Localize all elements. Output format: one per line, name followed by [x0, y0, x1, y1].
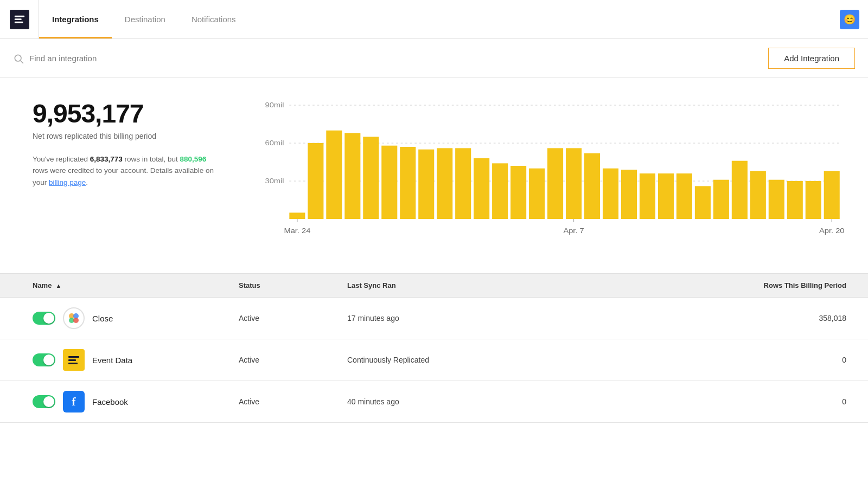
detail-mid: rows in total, but — [123, 155, 180, 163]
svg-rect-27 — [584, 153, 600, 219]
tab-destination[interactable]: Destination — [112, 0, 178, 38]
svg-rect-36 — [750, 171, 766, 219]
svg-rect-15 — [363, 137, 379, 219]
toggle-event-data[interactable] — [33, 353, 55, 366]
svg-rect-17 — [400, 147, 416, 219]
svg-rect-22 — [492, 163, 508, 219]
col-name: Name ▲ — [33, 281, 239, 289]
svg-rect-11 — [289, 212, 305, 219]
tab-notifications[interactable]: Notifications — [178, 0, 249, 38]
svg-rect-0 — [14, 15, 24, 17]
col-rows: Rows This Billing Period — [510, 281, 846, 289]
sort-arrow: ▲ — [54, 282, 61, 289]
svg-rect-16 — [381, 146, 397, 219]
svg-text:30mil: 30mil — [265, 177, 284, 184]
table-row: f Facebook Active 40 minutes ago 0 — [0, 381, 868, 423]
status-close: Active — [239, 314, 347, 323]
svg-text:Apr. 7: Apr. 7 — [563, 227, 584, 234]
integration-name-facebook: Facebook — [92, 397, 128, 407]
svg-rect-40 — [824, 171, 840, 219]
tab-integrations[interactable]: Integrations — [39, 0, 112, 38]
table-row: Event Data Active Continuously Replicate… — [0, 339, 868, 381]
svg-rect-51 — [68, 356, 79, 358]
event-data-icon — [63, 349, 85, 371]
stats-left: 9,953,177 Net rows replicated this billi… — [33, 100, 217, 189]
svg-line-4 — [21, 60, 23, 63]
table-row: Close Active 17 minutes ago 358,018 — [0, 298, 868, 339]
name-cell-event-data: Event Data — [33, 349, 239, 371]
search-area: Add Integration — [0, 39, 868, 78]
svg-rect-32 — [676, 173, 692, 219]
rows-close: 358,018 — [510, 314, 846, 323]
detail-prefix: You've replicated — [33, 155, 90, 163]
credited-rows: 880,596 — [180, 155, 207, 163]
svg-rect-33 — [695, 186, 711, 219]
total-rows: 6,833,773 — [90, 155, 123, 163]
header: Integrations Destination Notifications 😊 — [0, 0, 868, 39]
name-cell-facebook: f Facebook — [33, 391, 239, 412]
svg-rect-18 — [418, 150, 434, 219]
sync-facebook: 40 minutes ago — [347, 397, 510, 406]
chart-wrap: 90mil60mil30milMar. 24Apr. 7Apr. 20 — [250, 100, 846, 252]
chart-svg: 90mil60mil30milMar. 24Apr. 7Apr. 20 — [250, 100, 846, 252]
svg-rect-26 — [566, 148, 582, 219]
detail-end: . — [86, 178, 88, 186]
search-input[interactable] — [29, 54, 760, 63]
svg-rect-37 — [769, 180, 784, 219]
rows-facebook: 0 — [510, 397, 846, 406]
svg-rect-2 — [14, 21, 23, 23]
name-cell-close: Close — [33, 307, 239, 329]
svg-rect-34 — [713, 180, 729, 219]
svg-rect-30 — [640, 173, 655, 219]
billing-link[interactable]: billing page — [49, 178, 86, 186]
stats-subtitle: Net rows replicated this billing period — [33, 132, 217, 140]
add-integration-button[interactable]: Add Integration — [768, 48, 855, 69]
table-header-row: Name ▲ Status Last Sync Ran Rows This Bi… — [0, 274, 868, 298]
svg-rect-53 — [68, 363, 78, 364]
table-section: Name ▲ Status Last Sync Ran Rows This Bi… — [0, 273, 868, 423]
integration-name-close: Close — [92, 314, 113, 323]
svg-rect-28 — [603, 169, 618, 219]
svg-rect-19 — [437, 148, 452, 219]
toggle-close[interactable] — [33, 312, 55, 325]
col-status: Status — [239, 281, 347, 289]
big-number: 9,953,177 — [33, 100, 217, 128]
svg-text:90mil: 90mil — [265, 101, 284, 108]
svg-rect-29 — [621, 170, 637, 219]
header-right: 😊 — [831, 0, 868, 38]
svg-rect-14 — [344, 133, 360, 219]
status-facebook: Active — [239, 397, 347, 406]
user-avatar[interactable]: 😊 — [840, 10, 859, 29]
svg-text:60mil: 60mil — [265, 139, 284, 146]
nav-tabs: Integrations Destination Notifications — [39, 0, 831, 38]
svg-text:Mar. 24: Mar. 24 — [284, 227, 310, 234]
svg-rect-31 — [658, 173, 674, 219]
stats-detail: You've replicated 6,833,773 rows in tota… — [33, 153, 217, 189]
svg-rect-23 — [510, 166, 526, 219]
svg-rect-35 — [732, 161, 748, 219]
svg-rect-39 — [806, 181, 821, 219]
svg-rect-1 — [14, 18, 21, 20]
svg-rect-25 — [547, 148, 563, 219]
logo-area — [0, 0, 39, 38]
logo-icon — [10, 10, 29, 29]
svg-rect-12 — [308, 143, 323, 219]
facebook-icon: f — [63, 391, 85, 412]
svg-rect-24 — [529, 169, 545, 219]
svg-rect-38 — [787, 181, 803, 219]
stats-chart-area: 9,953,177 Net rows replicated this billi… — [0, 78, 868, 273]
sync-close: 17 minutes ago — [347, 314, 510, 323]
svg-rect-20 — [455, 148, 471, 219]
svg-rect-52 — [68, 359, 76, 361]
toggle-facebook[interactable] — [33, 395, 55, 408]
integration-name-event-data: Event Data — [92, 356, 132, 365]
col-last-sync: Last Sync Ran — [347, 281, 510, 289]
sync-event-data: Continuously Replicated — [347, 356, 510, 364]
status-event-data: Active — [239, 356, 347, 364]
rows-event-data: 0 — [510, 356, 846, 364]
svg-text:Apr. 20: Apr. 20 — [819, 227, 844, 234]
svg-point-50 — [73, 318, 79, 323]
svg-rect-13 — [326, 131, 342, 219]
close-logo-icon — [63, 307, 85, 329]
logo-svg — [14, 14, 25, 25]
